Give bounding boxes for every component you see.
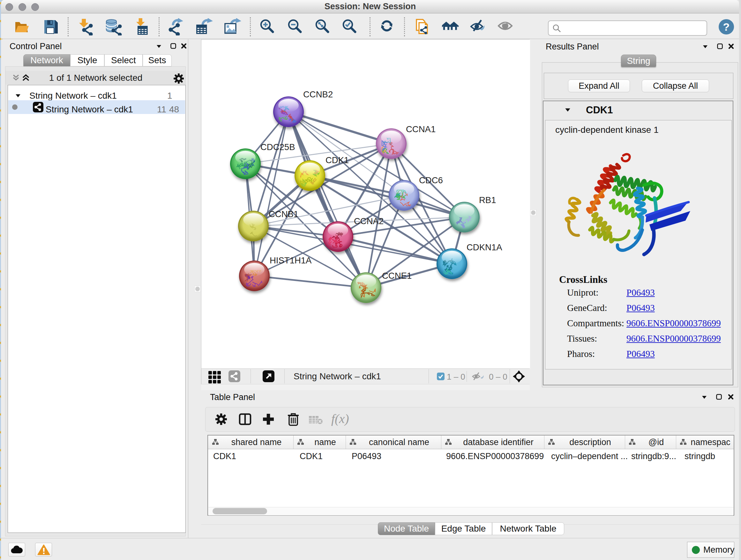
svg-text:HIST1H1A: HIST1H1A — [270, 255, 312, 265]
svg-text:CDKN1A: CDKN1A — [467, 242, 502, 252]
svg-text:CDC6: CDC6 — [419, 175, 443, 185]
svg-text:CCNA1: CCNA1 — [406, 124, 435, 134]
svg-text:RB1: RB1 — [479, 195, 496, 205]
svg-text:CCNE1: CCNE1 — [382, 271, 412, 281]
svg-text:CCNA2: CCNA2 — [354, 216, 384, 226]
svg-text:CCNB1: CCNB1 — [269, 209, 298, 219]
svg-text:CDC25B: CDC25B — [260, 142, 295, 152]
svg-text:CCNB2: CCNB2 — [303, 89, 333, 99]
svg-text:CDK1: CDK1 — [326, 155, 349, 165]
